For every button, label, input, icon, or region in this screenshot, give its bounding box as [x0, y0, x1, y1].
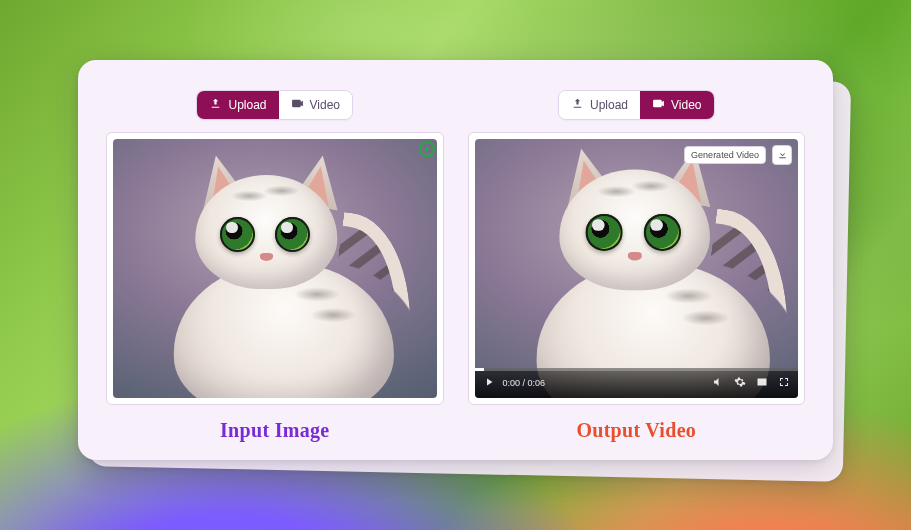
- input-panel: Upload Video: [106, 90, 444, 442]
- video-tab[interactable]: Video: [640, 91, 713, 119]
- output-video-box[interactable]: Generated Video 0:00 / 0:06: [468, 132, 806, 405]
- video-player-bar[interactable]: 0:00 / 0:06: [475, 368, 799, 398]
- video-tab[interactable]: Video: [279, 91, 352, 119]
- output-panel: Upload Video: [468, 90, 806, 442]
- volume-icon[interactable]: [712, 376, 724, 390]
- output-caption: Output Video: [576, 419, 696, 442]
- generated-badge: Generated Video: [684, 146, 766, 164]
- video-tab-label: Video: [310, 98, 340, 112]
- output-tabs: Upload Video: [558, 90, 715, 120]
- settings-icon[interactable]: [734, 376, 746, 390]
- input-image-box[interactable]: [106, 132, 444, 405]
- upload-tab-label: Upload: [590, 98, 628, 112]
- download-icon: [777, 146, 788, 164]
- video-icon: [652, 97, 665, 113]
- video-icon: [291, 97, 304, 113]
- input-caption: Input Image: [220, 419, 329, 442]
- upload-tab-label: Upload: [228, 98, 266, 112]
- upload-tab[interactable]: Upload: [559, 91, 640, 119]
- status-ok-icon: [419, 141, 435, 157]
- player-time: 0:00 / 0:06: [503, 378, 546, 388]
- pip-icon[interactable]: [756, 376, 768, 390]
- comparison-card: Upload Video: [78, 60, 833, 460]
- video-tab-label: Video: [671, 98, 701, 112]
- input-tabs: Upload Video: [196, 90, 353, 120]
- output-video-frame: [475, 139, 799, 398]
- upload-icon: [209, 97, 222, 113]
- upload-tab[interactable]: Upload: [197, 91, 278, 119]
- fullscreen-icon[interactable]: [778, 376, 790, 390]
- play-icon[interactable]: [483, 376, 495, 390]
- progress-track[interactable]: [475, 368, 799, 371]
- input-image: [113, 139, 437, 398]
- upload-icon: [571, 97, 584, 113]
- download-button[interactable]: [772, 145, 792, 165]
